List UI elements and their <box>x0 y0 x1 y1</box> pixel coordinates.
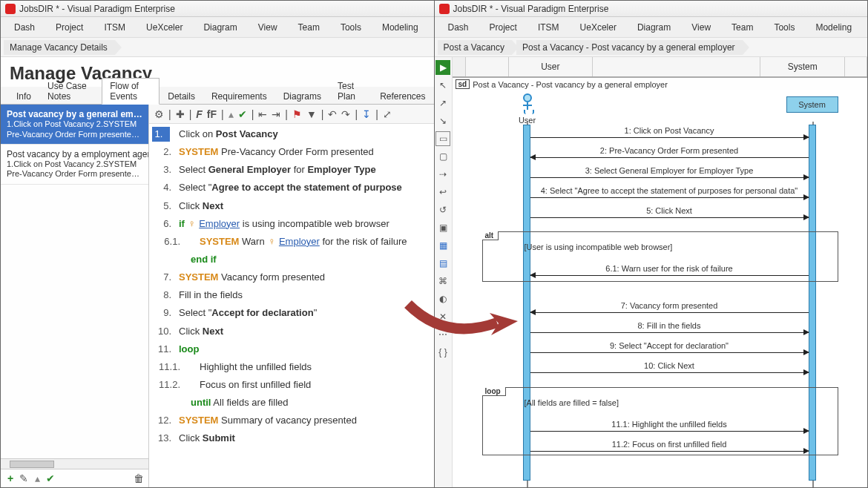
down-icon[interactable]: ▼ <box>304 108 319 120</box>
actor-system[interactable]: System <box>786 96 838 113</box>
menu-diagram[interactable]: Diagram <box>627 19 681 36</box>
check-icon[interactable]: ✔ <box>44 472 57 484</box>
menu-team[interactable]: Team <box>721 19 763 36</box>
menu-dash[interactable]: Dash <box>438 19 479 36</box>
flow-toolbar[interactable]: ⚙ | ✚ | F fF | ▴ ✔ | ⇤ ⇥ | ⚑ ▼ | ↶ <box>149 105 434 124</box>
gate-icon[interactable]: ◐ <box>435 291 450 306</box>
flow-step[interactable]: 9.Select "Accept for declaration" <box>149 304 434 322</box>
message[interactable]: 3: Select General Employer for Employer … <box>530 168 809 178</box>
breadcrumb-left[interactable]: Manage Vacancy Details <box>1 38 434 57</box>
export-icon[interactable]: ↧ <box>360 108 373 120</box>
menu-view[interactable]: View <box>681 19 721 36</box>
redo-icon[interactable]: ↷ <box>339 108 352 120</box>
sep-icon[interactable]: ⋯ <box>435 327 450 342</box>
menu-project[interactable]: Project <box>45 19 93 36</box>
tool-palette[interactable]: ▶ ↖ ↗ ↘ ▭ ▢ ⇢ ↩ ↺ ▣ ▦ ▤ ⌘ ◐ ✕ ⋯ { } <box>435 57 453 487</box>
fragment-alt[interactable]: alt[User is using incompatible web brows… <box>482 231 838 282</box>
menu-tools[interactable]: Tools <box>763 19 805 36</box>
flow-step[interactable]: 3.Select General Employer for Employer T… <box>149 161 434 179</box>
menu-itsm[interactable]: ITSM <box>527 19 570 36</box>
sequence-canvas[interactable]: User System 1: Click on Post Vacancy2: P… <box>453 90 868 487</box>
message[interactable]: 9: Select "Accept for declaration" <box>530 343 809 353</box>
menu-modeling[interactable]: Modeling <box>372 19 429 36</box>
flow-step[interactable]: end if <box>149 251 434 268</box>
note-icon[interactable]: ▤ <box>435 256 450 271</box>
breadcrumb-item[interactable]: Post a Vacancy - Post vacancy by a gener… <box>516 40 743 55</box>
tab-references[interactable]: References <box>372 88 433 105</box>
self-icon[interactable]: ↺ <box>435 202 450 217</box>
line-icon[interactable]: ↘ <box>435 113 450 128</box>
menu-tools[interactable]: Tools <box>330 19 372 36</box>
lifeline-icon[interactable]: ▭ <box>435 131 450 146</box>
tab-test-plan[interactable]: Test Plan <box>329 78 372 105</box>
tag-icon[interactable]: ⚑ <box>290 108 304 120</box>
flow-step[interactable]: 12.SYSTEM Summary of vacancy presented <box>149 412 434 429</box>
message[interactable]: 7: Vacancy form presented <box>530 303 809 313</box>
scenario-list[interactable]: Post vacancy by a general em…1.Click on … <box>1 105 149 487</box>
ref-icon[interactable]: ⌘ <box>435 274 450 288</box>
accept-icon[interactable]: ✔ <box>236 108 249 120</box>
fragment-icon[interactable]: ▦ <box>435 238 450 253</box>
font-icon[interactable]: fF <box>205 108 219 120</box>
message[interactable]: 10: Click Next <box>530 363 809 373</box>
menu-bar-left[interactable]: DashProjectITSMUeXcelerDiagramViewTeamTo… <box>1 17 434 38</box>
breadcrumb-right[interactable]: Post a Vacancy Post a Vacancy - Post vac… <box>435 38 868 57</box>
scrollbar-h[interactable] <box>1 458 148 469</box>
tab-info[interactable]: Info <box>8 88 39 105</box>
add-step-icon[interactable]: ✚ <box>174 108 187 120</box>
flow-step[interactable]: 11.1.Highlight the unfilled fields <box>149 358 434 376</box>
use-case-tabs[interactable]: InfoUse Case NotesFlow of EventsDetailsR… <box>1 87 434 105</box>
flow-step[interactable]: 8.Fill in the fields <box>149 286 434 304</box>
destroy-icon[interactable]: ✕ <box>435 309 450 324</box>
expand-icon[interactable]: ⤢ <box>381 108 394 120</box>
breadcrumb-item[interactable]: Manage Vacancy Details <box>4 40 115 55</box>
message[interactable]: 2: Pre-Vacancy Order Form presented <box>530 148 809 158</box>
dash-icon[interactable]: ⇢ <box>435 167 450 182</box>
tab-diagrams[interactable]: Diagrams <box>275 88 329 105</box>
indent-icon[interactable]: ⇥ <box>269 108 283 120</box>
cursor-icon[interactable]: ↖ <box>435 78 450 93</box>
tab-flow-of-events[interactable]: Flow of Events <box>102 78 160 105</box>
box-icon[interactable]: ▢ <box>435 149 450 164</box>
flow-step[interactable]: 7.SYSTEM Vacancy form presented <box>149 268 434 286</box>
flow-step[interactable]: 2.SYSTEM Pre-Vacancy Order Form presente… <box>149 143 434 161</box>
return-icon[interactable]: ↩ <box>435 185 450 200</box>
undo-icon[interactable]: ↶ <box>326 108 339 120</box>
bold-icon[interactable]: F <box>194 108 205 120</box>
message[interactable]: 1: Click on Post Vacancy <box>530 128 809 138</box>
flow-step[interactable]: 4.Select "Agree to accept the statement … <box>149 179 434 197</box>
arrow-icon[interactable]: ↗ <box>435 96 450 111</box>
trash-icon[interactable]: 🗑 <box>132 472 145 484</box>
menu-uexceler[interactable]: UeXceler <box>136 19 193 36</box>
flow-step[interactable]: 6.1.SYSTEM Warn ♀ Employer for the risk … <box>149 233 434 251</box>
tab-details[interactable]: Details <box>160 88 203 105</box>
menu-win[interactable]: Win <box>862 19 867 36</box>
wand-icon[interactable]: ✎ <box>17 472 30 484</box>
gear-icon[interactable]: ⚙ <box>152 108 166 120</box>
flow-step[interactable]: 10.Click Next <box>149 323 434 340</box>
menu-itsm[interactable]: ITSM <box>93 19 136 36</box>
text-icon[interactable]: { } <box>435 345 450 360</box>
flow-step[interactable]: until All fields are filled <box>149 394 434 412</box>
message[interactable]: 5: Click Next <box>530 208 809 218</box>
add-icon[interactable]: + <box>4 472 17 484</box>
create-icon[interactable]: ▣ <box>435 220 450 235</box>
menu-project[interactable]: Project <box>479 19 527 36</box>
menu-team[interactable]: Team <box>288 19 330 36</box>
lane-user[interactable]: User <box>509 57 594 76</box>
scenario-item[interactable]: Post vacancy by a general em…1.Click on … <box>1 105 148 145</box>
menu-view[interactable]: View <box>248 19 288 36</box>
scenario-item[interactable]: Post vacancy by a employment ager1.Click… <box>1 145 148 185</box>
lane-system[interactable]: System <box>760 57 845 76</box>
flow-step[interactable]: 5.Click Next <box>149 197 434 215</box>
flow-step[interactable]: 13.Click Submit <box>149 429 434 447</box>
up-icon[interactable]: ▴ <box>30 472 44 484</box>
breadcrumb-item[interactable]: Post a Vacancy <box>438 40 513 55</box>
flow-step[interactable]: 11.2.Focus on first unfilled field <box>149 376 434 394</box>
run-icon[interactable]: ▶ <box>435 60 450 75</box>
menu-bar-right[interactable]: DashProjectITSMUeXcelerDiagramViewTeamTo… <box>435 17 868 38</box>
outdent-icon[interactable]: ⇤ <box>256 108 269 120</box>
flow-step[interactable]: 11.loop <box>149 340 434 358</box>
flow-step[interactable]: 6.if ♀ Employer is using incompatible we… <box>149 215 434 233</box>
move-up-icon[interactable]: ▴ <box>226 108 236 120</box>
